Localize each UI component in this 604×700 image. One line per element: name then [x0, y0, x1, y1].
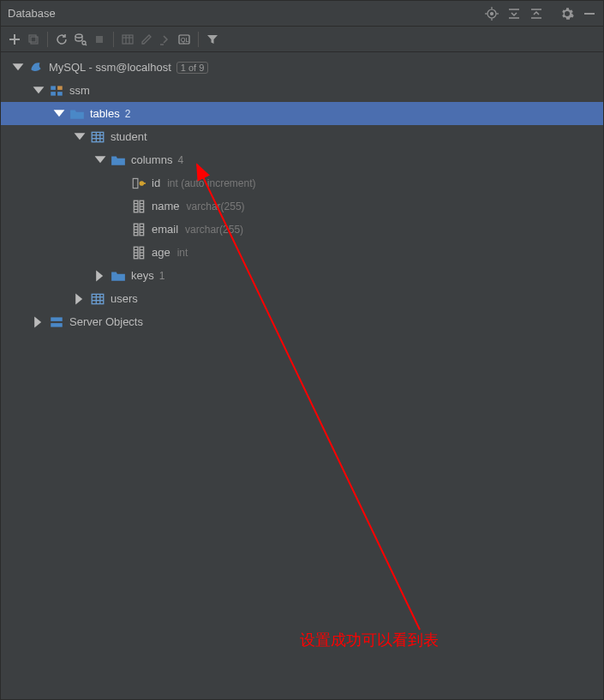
- console-icon[interactable]: QL: [177, 33, 191, 46]
- tree-item-table-users[interactable]: users: [1, 287, 603, 310]
- database-tree: MySQL - ssm@localhost 1 of 9 ssm tables …: [1, 52, 603, 337]
- svg-rect-68: [51, 323, 63, 327]
- tree-item-server-objects[interactable]: Server Objects: [1, 310, 603, 333]
- folder-icon: [69, 106, 85, 122]
- chevron-down-icon[interactable]: [52, 107, 66, 121]
- tree-label: ssm: [69, 84, 90, 97]
- tree-item-keys[interactable]: keys 1: [1, 264, 603, 287]
- refresh-icon[interactable]: [55, 33, 69, 46]
- column-type: int: [177, 247, 188, 259]
- tree-item-column-id[interactable]: id int (auto increment): [1, 171, 603, 194]
- chevron-down-icon[interactable]: [32, 84, 45, 98]
- column-type: varchar(255): [187, 200, 245, 212]
- gear-icon[interactable]: [560, 7, 574, 21]
- schema-icon: [49, 83, 64, 99]
- tree-item-columns[interactable]: columns 4: [1, 148, 603, 171]
- tree-label: columns: [131, 153, 172, 166]
- panel-actions: [485, 7, 596, 21]
- jump-icon[interactable]: [158, 33, 172, 46]
- annotation-text: 设置成功可以看到表: [300, 630, 439, 650]
- tree-item-column-age[interactable]: age int: [1, 241, 603, 264]
- tree-label: id: [152, 176, 160, 189]
- server-objects-icon: [49, 314, 64, 330]
- chevron-right-icon[interactable]: [73, 292, 87, 306]
- svg-point-16: [82, 41, 86, 45]
- svg-line-17: [86, 44, 87, 45]
- tree-label: email: [152, 223, 178, 236]
- svg-rect-13: [29, 35, 36, 42]
- minimize-icon[interactable]: [583, 7, 596, 21]
- collapse-all-icon[interactable]: [529, 7, 543, 21]
- toolbar: QL: [1, 27, 603, 52]
- column-icon: [131, 245, 147, 260]
- tree-label: MySQL - ssm@localhost: [49, 61, 171, 74]
- edit-icon[interactable]: [140, 33, 153, 46]
- tree-item-column-email[interactable]: email varchar(255): [1, 218, 603, 241]
- add-icon[interactable]: [8, 33, 21, 46]
- count: 1: [159, 270, 165, 282]
- folder-icon: [111, 268, 126, 284]
- chevron-down-icon[interactable]: [73, 130, 87, 144]
- chevron-down-icon[interactable]: [11, 61, 25, 75]
- column-type: varchar(255): [185, 224, 243, 236]
- copy-icon[interactable]: [27, 33, 40, 46]
- database-panel: Database: [0, 0, 604, 700]
- svg-rect-28: [51, 92, 56, 96]
- chevron-right-icon[interactable]: [32, 315, 45, 329]
- column-type: int (auto increment): [167, 177, 255, 189]
- tree-item-schema[interactable]: ssm: [1, 79, 603, 102]
- pk-column-icon: [131, 176, 147, 191]
- table-icon: [90, 129, 105, 145]
- svg-rect-35: [133, 178, 138, 188]
- svg-rect-37: [144, 182, 146, 184]
- svg-text:QL: QL: [181, 37, 188, 44]
- column-icon: [131, 222, 147, 237]
- tree-item-datasource[interactable]: MySQL - ssm@localhost 1 of 9: [1, 56, 603, 79]
- svg-point-36: [140, 181, 145, 186]
- expand-all-icon[interactable]: [507, 7, 521, 21]
- svg-rect-30: [92, 132, 104, 141]
- svg-rect-27: [57, 86, 63, 90]
- filter-icon[interactable]: [206, 33, 219, 46]
- folder-icon: [111, 153, 126, 168]
- tree-label: student: [111, 130, 147, 143]
- separator: [113, 32, 114, 47]
- svg-rect-67: [51, 317, 63, 321]
- svg-rect-29: [57, 92, 63, 96]
- tree-label: name: [152, 200, 180, 212]
- tree-label: age: [152, 246, 170, 259]
- panel-header: Database: [1, 1, 603, 27]
- separator: [47, 32, 48, 47]
- chevron-down-icon[interactable]: [93, 153, 107, 167]
- panel-title: Database: [8, 7, 56, 20]
- stop-icon[interactable]: [93, 33, 106, 46]
- separator: [198, 32, 199, 47]
- table-icon: [90, 291, 105, 307]
- column-icon: [131, 199, 147, 214]
- target-icon[interactable]: [485, 7, 499, 21]
- svg-point-15: [75, 34, 82, 38]
- tree-label: tables: [90, 107, 120, 120]
- tree-label: Server Objects: [69, 315, 143, 328]
- tree-item-column-name[interactable]: name varchar(255): [1, 194, 603, 218]
- svg-rect-26: [51, 86, 56, 90]
- svg-point-1: [491, 12, 493, 15]
- count: 2: [125, 108, 131, 120]
- chevron-right-icon[interactable]: [93, 269, 107, 283]
- svg-rect-18: [96, 36, 103, 43]
- svg-rect-62: [92, 294, 104, 303]
- svg-rect-19: [123, 35, 133, 44]
- tree-item-tables[interactable]: tables 2: [1, 102, 603, 125]
- datasource-properties-icon[interactable]: [74, 33, 87, 46]
- table-view-icon[interactable]: [121, 33, 135, 46]
- tree-label: users: [111, 292, 138, 305]
- tree-item-table-student[interactable]: student: [1, 125, 603, 148]
- mysql-icon: [28, 60, 44, 75]
- tree-label: keys: [131, 269, 154, 282]
- count-badge: 1 of 9: [176, 62, 209, 74]
- count: 4: [177, 154, 183, 166]
- svg-rect-14: [31, 37, 38, 44]
